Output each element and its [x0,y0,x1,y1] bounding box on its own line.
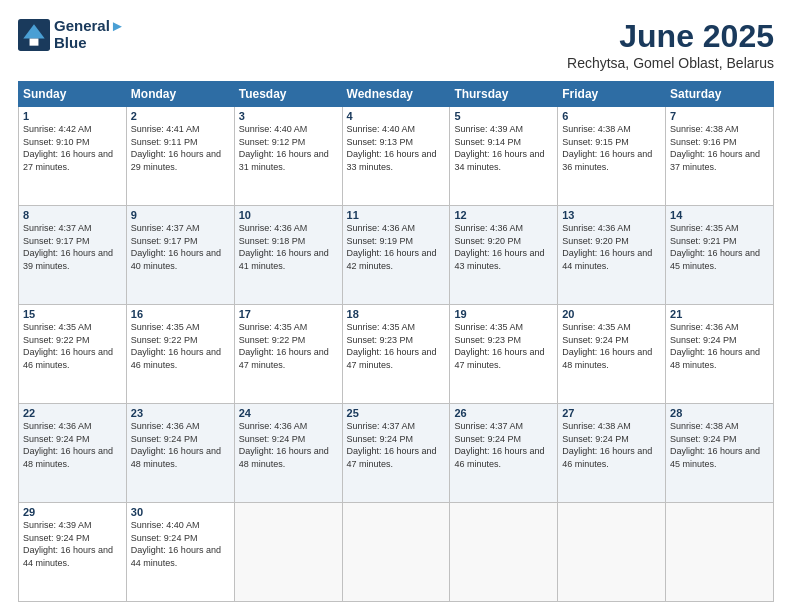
day-info: Sunrise: 4:36 AMSunset: 9:24 PMDaylight:… [239,420,338,470]
day-number: 11 [347,209,446,221]
day-number: 15 [23,308,122,320]
day-number: 10 [239,209,338,221]
table-row: 20Sunrise: 4:35 AMSunset: 9:24 PMDayligh… [558,305,666,404]
day-number: 29 [23,506,122,518]
col-friday: Friday [558,82,666,107]
day-info: Sunrise: 4:40 AMSunset: 9:24 PMDaylight:… [131,519,230,569]
day-number: 8 [23,209,122,221]
table-row: 17Sunrise: 4:35 AMSunset: 9:22 PMDayligh… [234,305,342,404]
day-info: Sunrise: 4:39 AMSunset: 9:14 PMDaylight:… [454,123,553,173]
logo: General► Blue [18,18,125,51]
calendar-week-row: 15Sunrise: 4:35 AMSunset: 9:22 PMDayligh… [19,305,774,404]
table-row: 26Sunrise: 4:37 AMSunset: 9:24 PMDayligh… [450,404,558,503]
day-info: Sunrise: 4:37 AMSunset: 9:24 PMDaylight:… [454,420,553,470]
table-row: 18Sunrise: 4:35 AMSunset: 9:23 PMDayligh… [342,305,450,404]
calendar-table: Sunday Monday Tuesday Wednesday Thursday… [18,81,774,602]
day-number: 16 [131,308,230,320]
calendar-week-row: 1Sunrise: 4:42 AMSunset: 9:10 PMDaylight… [19,107,774,206]
day-info: Sunrise: 4:40 AMSunset: 9:13 PMDaylight:… [347,123,446,173]
day-number: 9 [131,209,230,221]
table-row: 29Sunrise: 4:39 AMSunset: 9:24 PMDayligh… [19,503,127,602]
table-row [666,503,774,602]
table-row: 10Sunrise: 4:36 AMSunset: 9:18 PMDayligh… [234,206,342,305]
day-number: 24 [239,407,338,419]
day-number: 25 [347,407,446,419]
table-row: 5Sunrise: 4:39 AMSunset: 9:14 PMDaylight… [450,107,558,206]
day-number: 19 [454,308,553,320]
table-row: 19Sunrise: 4:35 AMSunset: 9:23 PMDayligh… [450,305,558,404]
day-number: 14 [670,209,769,221]
col-thursday: Thursday [450,82,558,107]
table-row: 4Sunrise: 4:40 AMSunset: 9:13 PMDaylight… [342,107,450,206]
table-row: 28Sunrise: 4:38 AMSunset: 9:24 PMDayligh… [666,404,774,503]
day-number: 7 [670,110,769,122]
table-row: 16Sunrise: 4:35 AMSunset: 9:22 PMDayligh… [126,305,234,404]
logo-line2: Blue [54,35,125,52]
day-info: Sunrise: 4:38 AMSunset: 9:24 PMDaylight:… [670,420,769,470]
day-number: 12 [454,209,553,221]
day-info: Sunrise: 4:36 AMSunset: 9:24 PMDaylight:… [670,321,769,371]
day-info: Sunrise: 4:38 AMSunset: 9:16 PMDaylight:… [670,123,769,173]
table-row: 9Sunrise: 4:37 AMSunset: 9:17 PMDaylight… [126,206,234,305]
table-row: 12Sunrise: 4:36 AMSunset: 9:20 PMDayligh… [450,206,558,305]
header: General► Blue June 2025 Rechytsa, Gomel … [18,18,774,71]
table-row: 3Sunrise: 4:40 AMSunset: 9:12 PMDaylight… [234,107,342,206]
table-row [342,503,450,602]
month-title: June 2025 [567,18,774,55]
calendar-week-row: 29Sunrise: 4:39 AMSunset: 9:24 PMDayligh… [19,503,774,602]
col-monday: Monday [126,82,234,107]
day-info: Sunrise: 4:37 AMSunset: 9:17 PMDaylight:… [131,222,230,272]
day-info: Sunrise: 4:38 AMSunset: 9:24 PMDaylight:… [562,420,661,470]
table-row [450,503,558,602]
day-info: Sunrise: 4:37 AMSunset: 9:17 PMDaylight:… [23,222,122,272]
table-row: 8Sunrise: 4:37 AMSunset: 9:17 PMDaylight… [19,206,127,305]
day-info: Sunrise: 4:35 AMSunset: 9:22 PMDaylight:… [239,321,338,371]
day-info: Sunrise: 4:35 AMSunset: 9:22 PMDaylight:… [23,321,122,371]
day-info: Sunrise: 4:35 AMSunset: 9:21 PMDaylight:… [670,222,769,272]
day-number: 1 [23,110,122,122]
table-row: 1Sunrise: 4:42 AMSunset: 9:10 PMDaylight… [19,107,127,206]
col-sunday: Sunday [19,82,127,107]
table-row [558,503,666,602]
col-saturday: Saturday [666,82,774,107]
day-number: 4 [347,110,446,122]
col-wednesday: Wednesday [342,82,450,107]
day-number: 22 [23,407,122,419]
logo-text: General► Blue [54,18,125,51]
table-row [234,503,342,602]
day-number: 2 [131,110,230,122]
calendar-header-row: Sunday Monday Tuesday Wednesday Thursday… [19,82,774,107]
day-info: Sunrise: 4:42 AMSunset: 9:10 PMDaylight:… [23,123,122,173]
table-row: 21Sunrise: 4:36 AMSunset: 9:24 PMDayligh… [666,305,774,404]
day-info: Sunrise: 4:36 AMSunset: 9:19 PMDaylight:… [347,222,446,272]
table-row: 24Sunrise: 4:36 AMSunset: 9:24 PMDayligh… [234,404,342,503]
table-row: 7Sunrise: 4:38 AMSunset: 9:16 PMDaylight… [666,107,774,206]
title-block: June 2025 Rechytsa, Gomel Oblast, Belaru… [567,18,774,71]
day-number: 3 [239,110,338,122]
table-row: 13Sunrise: 4:36 AMSunset: 9:20 PMDayligh… [558,206,666,305]
day-number: 27 [562,407,661,419]
day-info: Sunrise: 4:36 AMSunset: 9:20 PMDaylight:… [562,222,661,272]
day-number: 21 [670,308,769,320]
day-number: 28 [670,407,769,419]
table-row: 23Sunrise: 4:36 AMSunset: 9:24 PMDayligh… [126,404,234,503]
table-row: 14Sunrise: 4:35 AMSunset: 9:21 PMDayligh… [666,206,774,305]
logo-line1: General► [54,18,125,35]
day-info: Sunrise: 4:37 AMSunset: 9:24 PMDaylight:… [347,420,446,470]
table-row: 6Sunrise: 4:38 AMSunset: 9:15 PMDaylight… [558,107,666,206]
day-number: 17 [239,308,338,320]
day-number: 6 [562,110,661,122]
day-info: Sunrise: 4:36 AMSunset: 9:24 PMDaylight:… [131,420,230,470]
day-info: Sunrise: 4:36 AMSunset: 9:20 PMDaylight:… [454,222,553,272]
day-info: Sunrise: 4:38 AMSunset: 9:15 PMDaylight:… [562,123,661,173]
day-number: 18 [347,308,446,320]
table-row: 22Sunrise: 4:36 AMSunset: 9:24 PMDayligh… [19,404,127,503]
day-number: 23 [131,407,230,419]
calendar-week-row: 22Sunrise: 4:36 AMSunset: 9:24 PMDayligh… [19,404,774,503]
table-row: 11Sunrise: 4:36 AMSunset: 9:19 PMDayligh… [342,206,450,305]
col-tuesday: Tuesday [234,82,342,107]
day-number: 13 [562,209,661,221]
svg-rect-2 [30,38,39,45]
day-info: Sunrise: 4:40 AMSunset: 9:12 PMDaylight:… [239,123,338,173]
day-info: Sunrise: 4:35 AMSunset: 9:22 PMDaylight:… [131,321,230,371]
